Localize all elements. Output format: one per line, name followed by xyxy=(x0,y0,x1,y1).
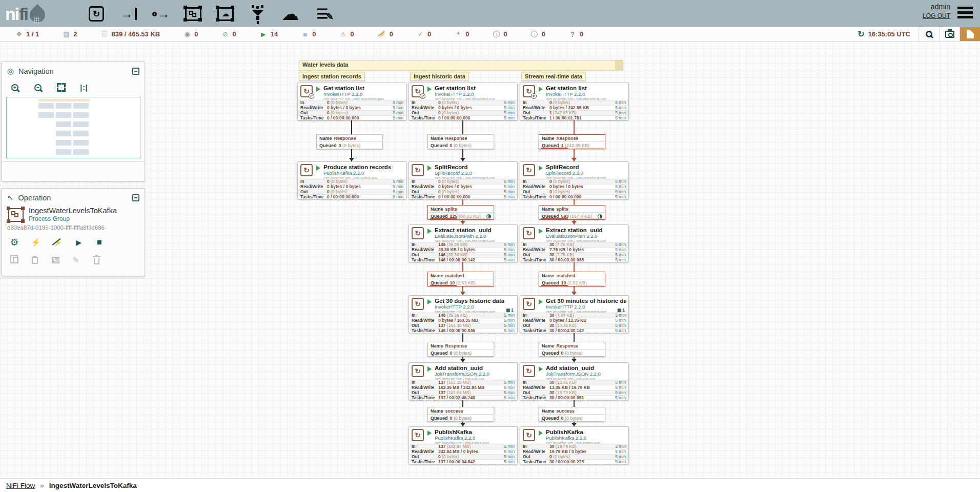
not-transmitting-status: ⊘0 xyxy=(221,30,236,38)
group-label[interactable]: Stream real-time data xyxy=(521,72,586,81)
connection-label[interactable]: NamematchedQueued10 (2.62 KB) xyxy=(539,272,605,286)
actual-size-button[interactable]: |:| xyxy=(79,84,89,92)
stat-value: 0 bytes / 13.35 KB xyxy=(549,318,610,323)
stat-label: Out xyxy=(523,190,549,194)
stat-label: Read/Write xyxy=(523,318,549,323)
name-label: Name xyxy=(319,136,332,141)
active-threads-badge: ▦ 1 xyxy=(617,308,625,313)
invalid-status: ⚠0 xyxy=(339,30,354,38)
processor[interactable]: ↻PGet station listInvokeHTTP 2.2.0org.ap… xyxy=(297,83,406,120)
processor-type-icon: ↻ xyxy=(412,298,424,310)
queue-count-gauge xyxy=(430,218,457,219)
stat-value: 30 (19.79 KB) xyxy=(549,444,610,449)
processor[interactable]: ↻SplitRecordSplitRecord 2.2.0org.apache.… xyxy=(409,161,518,199)
stat-window: 5 min xyxy=(610,380,626,385)
connection-label[interactable]: NameResponseQueued1 (242.85 KB) xyxy=(539,134,605,149)
name-label: Name xyxy=(542,136,555,141)
processor[interactable]: ↻SplitRecordSplitRecord 2.2.0org.apache.… xyxy=(520,161,629,199)
running-icon xyxy=(427,366,432,372)
disable-button[interactable]: ⚡ xyxy=(53,238,63,247)
connection-arrow xyxy=(460,221,465,224)
processor[interactable]: ↻PGet station listInvokeHTTP 2.2.0org.ap… xyxy=(409,83,518,120)
zoom-out-button[interactable]: − xyxy=(33,84,43,91)
stat-label: Tasks/Time xyxy=(523,396,549,400)
active-threads-count: 2 xyxy=(73,30,77,38)
configure-button[interactable]: ⚙ xyxy=(10,237,18,248)
logout-link[interactable]: LOG OUT xyxy=(923,12,950,19)
group-label[interactable]: Ingest station records xyxy=(299,72,365,81)
stat-label: In xyxy=(412,444,438,449)
flow-document-button[interactable] xyxy=(959,27,980,41)
zoom-out-icon: − xyxy=(34,84,42,91)
funnel-toolbar-button[interactable] xyxy=(248,4,268,24)
stat-window: 5 min xyxy=(388,184,403,189)
stat-label: In xyxy=(523,242,549,247)
stat-row: Read/Write0 bytes / 13.35 KB5 min xyxy=(520,318,628,323)
processor[interactable]: ↻Add station_uuidJoltTransformJSON 2.2.0… xyxy=(520,362,629,400)
start-button[interactable]: ▶ xyxy=(75,238,83,247)
processor-type: PublishKafka 2.2.0 xyxy=(435,435,489,441)
processor[interactable]: ↻PublishKafkaPublishKafka 2.2.0org.apach… xyxy=(520,426,629,464)
refresh-icon[interactable]: ↻ xyxy=(858,29,864,39)
processor[interactable]: ↻Add station_uuidJoltTransformJSON 2.2.0… xyxy=(409,362,518,400)
connection-label[interactable]: NameResponseQueued0 (0 bytes) xyxy=(427,134,494,149)
processor-toolbar-button[interactable]: ↻ xyxy=(86,4,107,24)
connection-label[interactable]: NamematchedQueued10 (2.63 KB) xyxy=(427,272,494,286)
stat-label: Out xyxy=(523,323,549,328)
label-resize-handle[interactable] xyxy=(615,60,623,70)
birdseye-button[interactable] xyxy=(939,27,959,41)
connection-label[interactable]: NameResponseQueued0 (0 bytes) xyxy=(316,134,383,149)
connection-label[interactable]: NamesplitsQueued593 (157.4 KB) xyxy=(539,205,605,220)
processor-type-icon: ↻ xyxy=(300,164,313,176)
connection-label[interactable]: NamesplitsQueued225 (60.03 KB) xyxy=(427,205,494,220)
zoom-fit-icon xyxy=(57,83,66,92)
processor[interactable]: ↻PGet station listInvokeHTTP 2.2.0org.ap… xyxy=(520,83,629,120)
stat-window: 5 min xyxy=(499,184,515,189)
connected-nodes-count: 1 / 1 xyxy=(26,30,39,38)
enable-button[interactable]: ⚡ xyxy=(31,238,40,247)
collapse-operation-icon[interactable] xyxy=(132,194,139,201)
processor[interactable]: ↻Extract station_uuidEvaluateJsonPath 2.… xyxy=(409,224,518,262)
processor-type-icon: ↻ xyxy=(412,227,424,239)
global-menu-icon[interactable] xyxy=(957,7,973,19)
connection-label[interactable]: NamesuccessQueued0 (0 bytes) xyxy=(539,407,605,422)
processor[interactable]: ↻Get 30 days historic dataInvokeHTTP 2.2… xyxy=(409,295,518,333)
connection-arrow xyxy=(460,158,465,161)
birdseye-minimap[interactable] xyxy=(6,97,140,158)
collapse-navigation-icon[interactable] xyxy=(132,68,139,75)
output-port-toolbar-button[interactable]: → xyxy=(151,4,171,24)
stat-label: Tasks/Time xyxy=(412,258,438,262)
stat-row: Tasks/Time1 / 00:00:01.7815 min xyxy=(520,115,628,120)
connection-label[interactable]: NamesuccessQueued0 (0 bytes) xyxy=(427,407,494,422)
invokehttp-p-badge: P xyxy=(531,93,537,99)
stop-button[interactable]: ■ xyxy=(95,237,104,248)
stat-value: 0 (0 bytes) xyxy=(438,111,499,115)
stat-value: 13.35 KB / 19.79 KB xyxy=(549,385,610,390)
stat-label: In xyxy=(412,313,438,318)
canvas-label-water-levels-data[interactable]: Water levels data xyxy=(299,60,623,70)
stat-row: In30 (7.64 KB)5 min xyxy=(520,313,628,318)
processor-type-icon: ↻ xyxy=(523,429,535,441)
name-label: Name xyxy=(431,408,443,414)
remote-process-group-toolbar-button[interactable]: ☁ xyxy=(215,4,236,24)
search-button[interactable] xyxy=(918,27,939,41)
processor[interactable]: ↻Extract station_uuidEvaluateJsonPath 2.… xyxy=(520,224,629,262)
input-port-toolbar-button[interactable]: → xyxy=(118,4,139,24)
label-toolbar-button[interactable]: ☰✎ xyxy=(312,4,333,24)
last-refresh-time: 16:35:05 UTC xyxy=(868,30,910,38)
flow-canvas[interactable]: Water levels data Ingest station records… xyxy=(0,42,980,478)
stat-label: In xyxy=(523,179,549,184)
group-label[interactable]: Ingest historic data xyxy=(410,72,469,81)
connection-label[interactable]: NameResponseQueued0 (0 bytes) xyxy=(539,342,605,357)
processor[interactable]: ↻Get 30 minutes of historic dataInvokeHT… xyxy=(520,295,629,333)
breadcrumb-root-link[interactable]: NiFi Flow xyxy=(6,482,35,489)
process-group-toolbar-button[interactable] xyxy=(183,4,203,24)
queue-count-gauge xyxy=(541,285,568,286)
connection-label[interactable]: NameResponseQueued0 (0 bytes) xyxy=(427,342,494,357)
processor-type: SplitRecord 2.2.0 xyxy=(546,170,606,176)
zoom-fit-button[interactable] xyxy=(56,83,66,92)
zoom-in-button[interactable]: + xyxy=(10,84,19,91)
download-flow-definition-toolbar-button[interactable]: ☁↓ xyxy=(280,4,300,24)
processor[interactable]: ↻Produce station recordsPublishKafka 2.2… xyxy=(297,161,406,199)
processor[interactable]: ↻PublishKafkaPublishKafka 2.2.0org.apach… xyxy=(409,426,518,464)
